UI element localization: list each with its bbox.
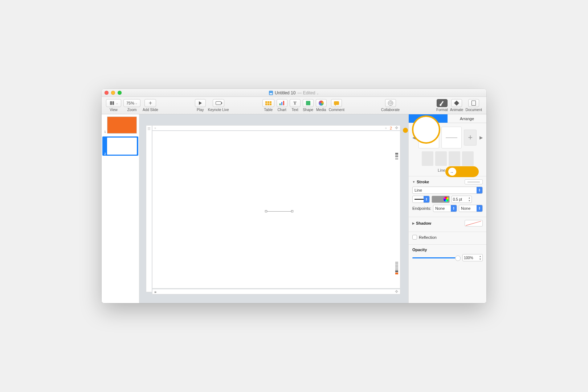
comment-icon [334, 101, 339, 105]
play-icon [199, 101, 202, 105]
add-slide-button[interactable] [144, 99, 156, 107]
titlebar: Untitled 10 — Edited ⌄ [102, 89, 486, 97]
opacity-section: Opacity 100% ▲▼ [409, 244, 486, 266]
minimize-icon[interactable] [111, 91, 115, 95]
inspector-tabs: Style Arrange [409, 114, 486, 123]
app-window: Untitled 10 — Edited ⌄ ⌄ View 75%⌄ Zoom … [102, 89, 486, 303]
chevron-updown-icon: ▲▼ [424, 196, 429, 203]
slide-thumb-2[interactable]: 2 [102, 136, 138, 156]
tab-arrange[interactable]: Arrange [448, 114, 486, 123]
chevron-updown-icon: ▲▼ [451, 205, 457, 212]
shape-button[interactable] [303, 99, 314, 107]
presets-prev-icon[interactable]: ◀ [412, 134, 416, 141]
window-controls [105, 91, 122, 95]
slide-indicators-bottom [395, 262, 398, 274]
document-button[interactable] [468, 99, 479, 107]
table-button[interactable] [262, 99, 274, 107]
media-button[interactable] [316, 99, 327, 107]
style-preset-line[interactable] [418, 127, 439, 148]
style-preset-line-2[interactable] [441, 127, 462, 148]
document-icon [471, 101, 476, 106]
chart-button[interactable] [277, 99, 287, 107]
reflection-checkbox[interactable] [412, 235, 417, 240]
vertical-ruler: ☰ [146, 125, 152, 292]
slide-number: 2 [390, 126, 392, 130]
stroke-width-stepper[interactable]: 0.5 pt ▲▼ [452, 196, 472, 203]
document-title: Untitled 10 — Edited ⌄ [269, 90, 319, 95]
presets-next-icon[interactable]: ▶ [479, 134, 483, 141]
chart-icon [279, 101, 284, 105]
chevron-updown-icon: ▲▼ [477, 205, 482, 212]
style-presets-row: ◀ + ▶ Line Styles [409, 123, 486, 176]
endpoint-left-select[interactable]: None ▲▼ [433, 205, 457, 212]
line-object[interactable] [266, 211, 292, 212]
collaborate-icon [388, 101, 393, 106]
bottom-ruler: » ✥ [152, 289, 400, 294]
stroke-type-select[interactable]: Line ▲▼ [412, 187, 483, 194]
text-button[interactable] [290, 99, 301, 107]
slide-thumb-1[interactable]: 1 [104, 117, 137, 134]
stroke-style-select[interactable]: ▲▼ [412, 196, 430, 203]
slide-navigator: 1 2 [102, 114, 139, 303]
table-icon [265, 101, 271, 105]
main-area: 1 2 ☰ » » 2 ✥ [102, 114, 486, 303]
zoom-button[interactable]: 75%⌄ [123, 99, 140, 107]
slide-canvas-area: ☰ » » 2 ✥ » ✥ [139, 114, 408, 303]
document-icon [269, 91, 273, 95]
slide-indicators-top [395, 153, 398, 160]
shape-icon [306, 101, 310, 105]
stroke-section: ▼Stroke Line ▲▼ ▲▼ 0.5 pt [409, 176, 486, 217]
annotation-dot [403, 128, 408, 133]
endpoint-right-select[interactable]: None ▲▼ [459, 205, 483, 212]
comment-button[interactable] [331, 99, 342, 107]
disclosure-triangle-icon[interactable]: ▶ [412, 222, 415, 225]
keynote-live-button[interactable] [213, 99, 224, 107]
format-inspector: Style Arrange ◀ + ▶ Line Styles ▼Stroke [408, 114, 486, 303]
media-icon [319, 101, 324, 106]
tab-style[interactable]: Style [409, 114, 448, 123]
format-button[interactable] [437, 99, 448, 107]
fullscreen-icon[interactable] [118, 91, 122, 95]
shadow-section: ▶Shadow [409, 217, 486, 232]
reflection-section: Reflection [409, 232, 486, 244]
animate-button[interactable] [451, 99, 462, 107]
title-name: Untitled 10 [275, 90, 295, 95]
text-icon [293, 100, 297, 106]
close-icon[interactable] [105, 91, 109, 95]
live-icon [216, 101, 221, 105]
chevron-updown-icon: ▲▼ [477, 187, 482, 193]
slide-canvas[interactable] [152, 131, 400, 289]
color-wheel-icon [444, 197, 449, 202]
view-button[interactable]: ⌄ [106, 99, 121, 107]
opacity-stepper[interactable]: 100% ▲▼ [462, 254, 483, 261]
style-mini-presets [412, 151, 483, 166]
line-handle-start[interactable] [265, 210, 267, 212]
annotation-dot [472, 169, 477, 174]
style-preset-add[interactable]: + [464, 130, 477, 146]
horizontal-ruler: » » 2 ✥ [152, 125, 400, 130]
opacity-slider[interactable] [412, 257, 461, 258]
reflection-label: Reflection [419, 235, 437, 240]
line-handle-end[interactable] [291, 210, 293, 212]
play-button[interactable] [195, 99, 206, 107]
diamond-icon [454, 101, 459, 106]
toolbar: ⌄ View 75%⌄ Zoom Add Slide Play Keynote … [102, 97, 486, 114]
stroke-color-swatch[interactable] [432, 196, 450, 203]
endpoints-label: Endpoints: [412, 206, 431, 211]
brush-icon [440, 101, 444, 105]
disclosure-triangle-icon[interactable]: ▼ [412, 180, 415, 184]
shadow-swatch[interactable] [465, 220, 483, 226]
collaborate-button[interactable] [385, 99, 396, 107]
